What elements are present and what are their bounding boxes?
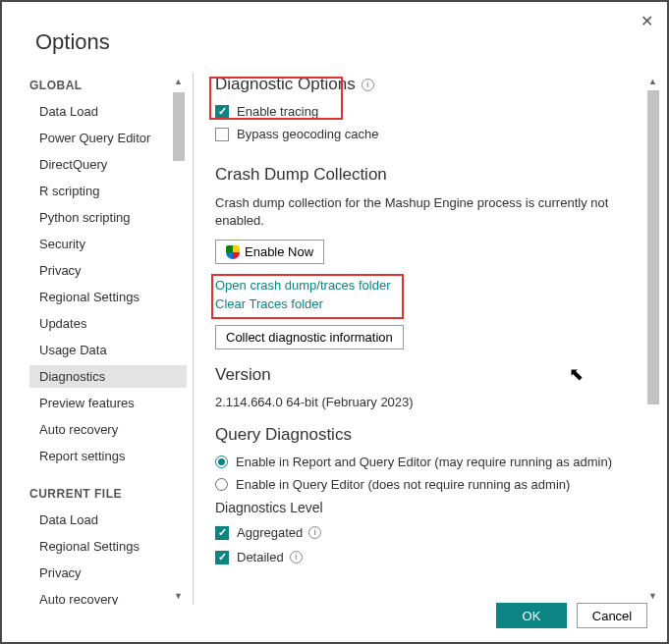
clear-traces-link[interactable]: Clear Traces folder — [215, 296, 640, 311]
qd-option1-radio[interactable] — [215, 456, 228, 468]
sidebar-item-privacy[interactable]: Privacy — [29, 562, 187, 584]
sidebar-item-power-query-editor[interactable]: Power Query Editor — [29, 127, 187, 149]
scroll-thumb[interactable] — [647, 90, 659, 404]
sidebar-item-regional-settings[interactable]: Regional Settings — [29, 535, 187, 558]
ok-button[interactable]: OK — [496, 603, 567, 628]
enable-now-label: Enable Now — [245, 244, 313, 259]
options-dialog: ✕ Options GLOBALData LoadPower Query Edi… — [0, 0, 669, 644]
bypass-geocoding-row[interactable]: Bypass geocoding cache — [215, 127, 640, 141]
sidebar-scrollbar[interactable]: ▲ ▼ — [171, 73, 187, 605]
sidebar-section-label: GLOBAL — [29, 79, 187, 92]
aggregated-label: Aggregated — [237, 525, 303, 540]
enable-tracing-checkbox[interactable] — [215, 105, 229, 119]
sidebar-item-security[interactable]: Security — [29, 233, 187, 255]
collect-diagnostic-button[interactable]: Collect diagnostic information — [215, 325, 404, 349]
qd-option1-label: Enable in Report and Query Editor (may r… — [236, 455, 612, 469]
version-value: 2.114.664.0 64-bit (February 2023) — [215, 395, 640, 409]
sidebar-item-auto-recovery[interactable]: Auto recovery — [29, 418, 187, 441]
cursor-icon: ⬉ — [569, 363, 584, 385]
sidebar-item-r-scripting[interactable]: R scripting — [29, 180, 187, 202]
content-scrollbar[interactable]: ▲ ▼ — [645, 73, 661, 605]
sidebar: GLOBALData LoadPower Query EditorDirectQ… — [2, 73, 187, 605]
dialog-footer: OK Cancel — [496, 603, 647, 628]
bypass-geocoding-label: Bypass geocoding cache — [237, 127, 379, 141]
dialog-body: GLOBALData LoadPower Query EditorDirectQ… — [2, 55, 667, 605]
shield-icon — [226, 245, 240, 259]
sidebar-item-data-load[interactable]: Data Load — [29, 100, 187, 123]
sidebar-item-data-load[interactable]: Data Load — [29, 509, 187, 531]
content-area: Diagnostic Options i Enable tracing Bypa… — [194, 73, 667, 605]
enable-tracing-label: Enable tracing — [237, 104, 318, 119]
close-icon[interactable]: ✕ — [641, 12, 653, 30]
scroll-up-icon[interactable]: ▲ — [648, 77, 657, 86]
aggregated-row[interactable]: Aggregated i — [215, 525, 640, 540]
open-crash-folder-link[interactable]: Open crash dump/traces folder — [215, 278, 640, 293]
info-icon[interactable]: i — [362, 79, 374, 91]
scroll-thumb[interactable] — [173, 92, 185, 161]
scroll-down-icon[interactable]: ▼ — [174, 591, 183, 601]
qd-option2-label: Enable in Query Editor (does not require… — [236, 477, 570, 492]
sidebar-item-diagnostics[interactable]: Diagnostics — [29, 365, 187, 388]
scroll-up-icon[interactable]: ▲ — [174, 77, 183, 86]
enable-tracing-row[interactable]: Enable tracing — [215, 104, 640, 119]
sidebar-item-preview-features[interactable]: Preview features — [29, 392, 187, 414]
crash-dump-description: Crash dump collection for the Mashup Eng… — [215, 194, 640, 230]
qd-option2-radio[interactable] — [215, 478, 228, 491]
info-icon[interactable]: i — [290, 551, 303, 564]
enable-now-button[interactable]: Enable Now — [215, 240, 324, 264]
bypass-geocoding-checkbox[interactable] — [215, 128, 229, 141]
dialog-title: Options — [2, 2, 667, 55]
aggregated-checkbox[interactable] — [215, 526, 229, 540]
info-icon[interactable]: i — [308, 526, 321, 539]
heading-diagnostic-options: Diagnostic Options i — [215, 75, 640, 94]
sidebar-item-python-scripting[interactable]: Python scripting — [29, 206, 187, 229]
heading-text: Diagnostic Options — [215, 75, 356, 94]
sidebar-item-auto-recovery[interactable]: Auto recovery — [29, 588, 187, 605]
sidebar-item-privacy[interactable]: Privacy — [29, 259, 187, 282]
heading-crash-dump: Crash Dump Collection — [215, 165, 640, 185]
detailed-row[interactable]: Detailed i — [215, 550, 640, 564]
sidebar-item-usage-data[interactable]: Usage Data — [29, 339, 187, 361]
sidebar-item-directquery[interactable]: DirectQuery — [29, 153, 187, 176]
cancel-button[interactable]: Cancel — [577, 603, 647, 628]
heading-query-diagnostics: Query Diagnostics — [215, 425, 640, 445]
sidebar-item-report-settings[interactable]: Report settings — [29, 445, 187, 467]
heading-diagnostics-level: Diagnostics Level — [215, 500, 640, 515]
sidebar-item-updates[interactable]: Updates — [29, 312, 187, 335]
qd-option2-row[interactable]: Enable in Query Editor (does not require… — [215, 477, 640, 492]
qd-option1-row[interactable]: Enable in Report and Query Editor (may r… — [215, 455, 640, 469]
sidebar-item-regional-settings[interactable]: Regional Settings — [29, 286, 187, 308]
scroll-down-icon[interactable]: ▼ — [648, 591, 657, 601]
detailed-checkbox[interactable] — [215, 551, 229, 564]
detailed-label: Detailed — [237, 550, 284, 564]
collect-diagnostic-label: Collect diagnostic information — [226, 330, 393, 345]
sidebar-section-label: CURRENT FILE — [29, 487, 187, 501]
